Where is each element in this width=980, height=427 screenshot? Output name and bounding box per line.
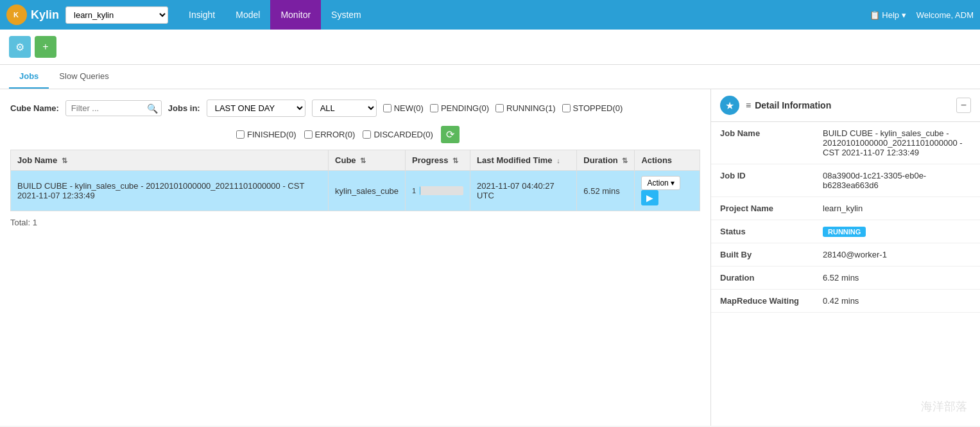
checkbox-new[interactable]: NEW(0) — [383, 103, 424, 113]
help-link[interactable]: 📋 Help ▾ — [870, 10, 906, 20]
detail-icon: ≡ — [746, 100, 751, 110]
detail-row-duration: Duration 6.52 mins — [711, 266, 980, 290]
tabs-bar: Jobs Slow Queries — [0, 65, 980, 89]
refresh-button[interactable]: ⟳ — [441, 126, 460, 143]
detail-label-job-name: Job Name — [711, 122, 814, 164]
tab-jobs[interactable]: Jobs — [9, 65, 49, 89]
detail-label-duration: Duration — [711, 266, 814, 290]
detail-label-built-by: Built By — [711, 243, 814, 266]
tab-slow-queries[interactable]: Slow Queries — [49, 65, 119, 89]
col-actions: Actions — [635, 150, 700, 171]
nav-system[interactable]: System — [321, 0, 372, 30]
checkbox-stopped[interactable]: STOPPED(0) — [562, 103, 623, 113]
detail-row-job-name: Job Name BUILD CUBE - kylin_sales_cube -… — [711, 122, 980, 164]
detail-value-status: RUNNING — [814, 220, 980, 243]
welcome-label: Welcome, ADM — [916, 10, 974, 20]
jobs-in-label: Jobs in: — [168, 103, 200, 113]
main-container: Cube Name: 🔍 Jobs in: LAST ONE DAY LAST … — [0, 89, 980, 426]
type-select[interactable]: ALL BUILD MERGE REFRESH — [312, 100, 377, 117]
cell-progress: 1 — [406, 171, 470, 211]
col-last-modified[interactable]: Last Modified Time ↓ — [470, 150, 577, 171]
gear-button[interactable]: ⚙ — [9, 36, 31, 58]
detail-label-mapreduce: MapReduce Waiting — [711, 290, 814, 313]
star-button[interactable]: ★ — [720, 96, 739, 115]
table-row[interactable]: BUILD CUBE - kylin_sales_cube - 20120101… — [11, 171, 700, 211]
left-panel: Cube Name: 🔍 Jobs in: LAST ONE DAY LAST … — [0, 89, 710, 426]
detail-row-project: Project Name learn_kylin — [711, 197, 980, 220]
status-badge: RUNNING — [823, 227, 866, 237]
cell-last-modified: 2021-11-07 04:40:27 UTC — [470, 171, 577, 211]
detail-row-mapreduce: MapReduce Waiting 0.42 mins — [711, 290, 980, 313]
detail-value-project: learn_kylin — [814, 197, 980, 220]
action-dropdown[interactable]: Action ▾ — [641, 176, 680, 190]
cell-cube: kylin_sales_cube — [329, 171, 406, 211]
svg-text:K: K — [13, 11, 19, 19]
col-progress[interactable]: Progress ⇅ — [406, 150, 470, 171]
cell-job-name: BUILD CUBE - kylin_sales_cube - 20120101… — [11, 171, 329, 211]
detail-value-built-by: 28140@worker-1 — [814, 243, 980, 266]
checkbox-error[interactable]: ERROR(0) — [304, 130, 356, 139]
detail-table: Job Name BUILD CUBE - kylin_sales_cube -… — [711, 122, 980, 313]
cell-actions: Action ▾ ▶ — [635, 171, 700, 211]
search-icon: 🔍 — [147, 103, 158, 114]
app-name: Kylin — [31, 8, 59, 22]
detail-title: ≡ Detail Information — [746, 100, 950, 110]
detail-row-job-id: Job ID 08a3900d-1c21-3305-eb0e-b6283ea66… — [711, 164, 980, 197]
checkbox-discarded[interactable]: DISCARDED(0) — [363, 130, 433, 139]
checkbox-finished[interactable]: FINISHED(0) — [236, 130, 297, 139]
nav-model[interactable]: Model — [225, 0, 270, 30]
toolbar: ⚙ + — [0, 30, 980, 65]
detail-label-job-id: Job ID — [711, 164, 814, 197]
detail-label-project: Project Name — [711, 197, 814, 220]
jobs-table: Job Name ⇅ Cube ⇅ Progress ⇅ Last Modifi… — [10, 150, 700, 211]
detail-header: ★ ≡ Detail Information − — [711, 89, 980, 122]
period-select[interactable]: LAST ONE DAY LAST ONE WEEK LAST ONE MONT… — [207, 100, 305, 117]
detail-row-status: Status RUNNING — [711, 220, 980, 243]
detail-title-text: Detail Information — [755, 100, 831, 110]
nav-right: 📋 Help ▾ Welcome, ADM — [870, 10, 974, 20]
nav-insight[interactable]: Insight — [178, 0, 225, 30]
col-job-name[interactable]: Job Name ⇅ — [11, 150, 329, 171]
logo-icon: K — [6, 4, 27, 25]
detail-value-job-name: BUILD CUBE - kylin_sales_cube - 20120101… — [814, 122, 980, 164]
minimize-button[interactable]: − — [956, 98, 971, 113]
detail-row-built-by: Built By 28140@worker-1 — [711, 243, 980, 266]
cube-name-label: Cube Name: — [10, 103, 59, 113]
col-duration[interactable]: Duration ⇅ — [577, 150, 635, 171]
detail-label-status: Status — [711, 220, 814, 243]
total-label: Total: 1 — [10, 218, 700, 227]
cell-duration: 6.52 mins — [577, 171, 635, 211]
checkboxes-row2: FINISHED(0) ERROR(0) DISCARDED(0) ⟳ — [10, 126, 700, 143]
filters-row: Cube Name: 🔍 Jobs in: LAST ONE DAY LAST … — [10, 100, 700, 117]
checkbox-pending[interactable]: PENDING(0) — [430, 103, 489, 113]
detail-value-duration: 6.52 mins — [814, 266, 980, 290]
project-select[interactable]: learn_kylin — [65, 6, 168, 24]
top-navigation: K Kylin learn_kylin Insight Model Monito… — [0, 0, 980, 30]
filter-input-wrap: 🔍 — [65, 100, 162, 116]
col-cube[interactable]: Cube ⇅ — [329, 150, 406, 171]
detail-value-mapreduce: 0.42 mins — [814, 290, 980, 313]
go-button[interactable]: ▶ — [641, 190, 658, 205]
right-panel: ★ ≡ Detail Information − Job Name BUILD … — [710, 89, 980, 426]
add-button[interactable]: + — [35, 36, 56, 58]
nav-monitor[interactable]: Monitor — [270, 0, 321, 30]
app-logo: K Kylin — [6, 4, 59, 25]
nav-links: Insight Model Monitor System — [178, 0, 870, 30]
checkbox-running[interactable]: RUNNING(1) — [495, 103, 556, 113]
detail-value-job-id: 08a3900d-1c21-3305-eb0e-b6283ea663d6 — [814, 164, 980, 197]
